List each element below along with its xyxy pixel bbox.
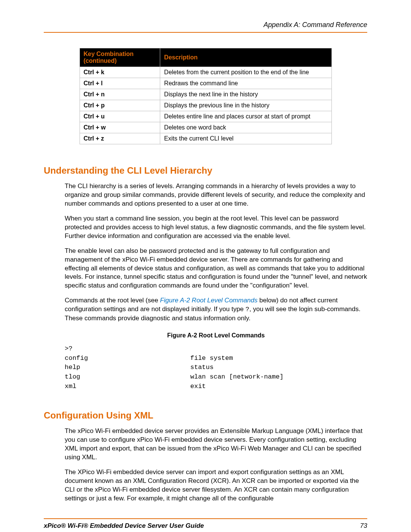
table-row: Ctrl + uDeletes entire line and places c… (80, 111, 331, 122)
top-rule (44, 32, 367, 33)
table-row: Ctrl + kDeletes from the current positio… (80, 67, 331, 78)
figure-caption: Figure A-2 Root Level Commands (65, 332, 367, 339)
page: Appendix A: Command Reference Key Combin… (0, 0, 411, 532)
th-key: Key Combination (continued) (80, 48, 160, 67)
section1-body: The CLI hierarchy is a series of levels.… (65, 182, 367, 391)
cell-key: Ctrl + k (80, 67, 160, 78)
figure-link[interactable]: Figure A-2 Root Level Commands (160, 297, 257, 304)
text: Commands at the root level (see (65, 297, 160, 304)
cell-desc: Displays the previous line in the histor… (160, 100, 331, 111)
cell-desc: Deletes one word back (160, 122, 331, 133)
code-line: exit (190, 382, 367, 391)
cell-desc: Redraws the command line (160, 78, 331, 89)
cell-key: Ctrl + z (80, 133, 160, 144)
cell-key: Ctrl + l (80, 78, 160, 89)
cell-key: Ctrl + n (80, 89, 160, 100)
code-line: file system (190, 354, 367, 363)
cell-key: Ctrl + p (80, 100, 160, 111)
th-desc: Description (160, 48, 331, 67)
paragraph: The XPico Wi-Fi embedded device server c… (65, 468, 367, 503)
paragraph: Commands at the root level (see Figure A… (65, 296, 367, 323)
cell-desc: Deletes from the current position to the… (160, 67, 331, 78)
cell-key: Ctrl + w (80, 122, 160, 133)
code-line: config (65, 354, 190, 363)
cell-desc: Deletes entire line and places cursor at… (160, 111, 331, 122)
cell-desc: Displays the next line in the history (160, 89, 331, 100)
cell-key: Ctrl + u (80, 111, 160, 122)
code-block: >? config help tlog xml file system stat… (65, 344, 367, 391)
heading-xml-config: Configuration Using XML (44, 410, 367, 421)
code-col-right: file system status wlan scan [network-na… (190, 354, 367, 391)
paragraph: The xPico Wi-Fi embedded device server p… (65, 427, 367, 462)
table-row: Ctrl + lRedraws the command line (80, 78, 331, 89)
code-col-left: config help tlog xml (65, 354, 190, 391)
table-row: Ctrl + wDeletes one word back (80, 122, 331, 133)
cell-desc: Exits the current CLI level (160, 133, 331, 144)
code-line: xml (65, 382, 190, 391)
key-combination-table: Key Combination (continued) Description … (80, 48, 332, 144)
code-line: tlog (65, 372, 190, 382)
code-line: help (65, 363, 190, 372)
paragraph: The CLI hierarchy is a series of levels.… (65, 182, 367, 208)
footer-guide: xPico® Wi-Fi® Embedded Device Server Use… (44, 522, 204, 530)
footer: xPico® Wi-Fi® Embedded Device Server Use… (44, 522, 367, 530)
paragraph: When you start a command line session, y… (65, 214, 367, 241)
code-line: status (190, 363, 367, 372)
table-row: Ctrl + nDisplays the next line in the hi… (80, 89, 331, 100)
header-appendix: Appendix A: Command Reference (44, 21, 367, 29)
code-line: wlan scan [network-name] (190, 372, 367, 382)
section2-body: The xPico Wi-Fi embedded device server p… (65, 427, 367, 503)
paragraph: The enable level can also be password pr… (65, 247, 367, 291)
code-prompt: >? (65, 344, 367, 354)
table-row: Ctrl + pDisplays the previous line in th… (80, 100, 331, 111)
table-row: Ctrl + zExits the current CLI level (80, 133, 331, 144)
inline-code: ? (245, 306, 249, 313)
page-number: 73 (360, 522, 367, 530)
bottom-rule (44, 518, 367, 519)
heading-cli-hierarchy: Understanding the CLI Level Hierarchy (44, 165, 367, 176)
